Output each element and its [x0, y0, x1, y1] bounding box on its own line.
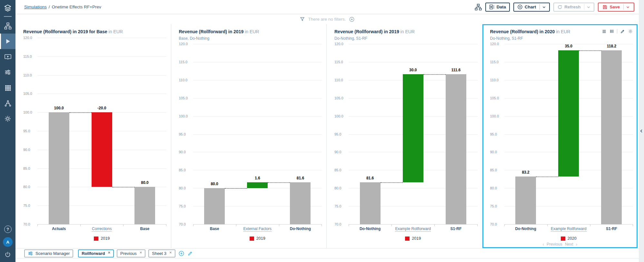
chart-panel-1[interactable]: Revenue (Rollforward) in 2019 for Base i…	[15, 24, 171, 248]
bar-do-nothing[interactable]	[360, 182, 381, 224]
chart-header: Revenue (Rollforward) in 2019 in EURBase…	[171, 29, 327, 41]
plot-area: 120.0115.0110.0105.0100.095.090.085.080.…	[179, 44, 322, 224]
edit-icon[interactable]	[620, 29, 625, 34]
y-tick-label: 95.0	[179, 132, 186, 136]
gridline	[37, 224, 166, 225]
category-label-corrections[interactable]: Corrections	[80, 227, 123, 231]
bars-area: 81.630.0111.6	[349, 44, 478, 224]
bar-example-rollforward[interactable]	[558, 50, 579, 176]
sidebar-item sliders-icon[interactable]	[0, 65, 15, 80]
breadcrumb-current: Onetime Effects RF+Prev	[52, 5, 101, 9]
chevron-down-icon[interactable]	[626, 5, 630, 9]
close-icon[interactable]: ×	[169, 250, 172, 255]
sidebar-item tree-icon[interactable]	[0, 96, 15, 111]
sidebar-item gear-icon[interactable]	[0, 111, 15, 126]
category-label-text[interactable]: Example Rollforward	[395, 227, 431, 232]
sheet-tab-label: Rollforward	[82, 251, 105, 256]
app-logo layers-icon[interactable]	[0, 3, 15, 14]
gridline	[193, 224, 322, 225]
chart-button[interactable]: Chart	[513, 3, 550, 12]
sidebar-item sitemap-icon[interactable]	[0, 18, 15, 34]
bar-corrections[interactable]	[92, 112, 112, 187]
bar-base[interactable]	[204, 188, 225, 224]
category-label-base: Base	[123, 227, 166, 231]
data-button[interactable]: Data	[485, 3, 510, 12]
menu-icon[interactable]	[602, 29, 607, 34]
sheet-tab-sheet-3[interactable]: Sheet 3×	[148, 249, 175, 257]
avatar[interactable]: A	[3, 237, 13, 247]
topbar-actions: Data Chart Refresh Save	[475, 3, 634, 12]
sheet-tab-rollforward[interactable]: Rollforward×	[78, 249, 114, 257]
chart-legend: 2019	[193, 234, 322, 243]
close-icon[interactable]: ×	[108, 250, 110, 255]
save-button[interactable]: Save	[598, 3, 634, 12]
sidebar-divider	[4, 16, 12, 17]
y-tick-label: 110.0	[179, 78, 188, 82]
bar-base[interactable]	[134, 187, 155, 224]
waterfall-connector	[381, 182, 403, 183]
sheet-tab-previous[interactable]: Previous×	[117, 249, 145, 257]
bar-value-label: 35.0	[551, 44, 586, 48]
columns-icon[interactable]	[609, 29, 614, 34]
bottom-spacer	[15, 258, 639, 262]
refresh-button-label: Refresh	[564, 5, 580, 9]
pagination-previous[interactable]: Previous	[547, 242, 562, 247]
refresh-button[interactable]: Refresh	[553, 3, 594, 12]
pagination-next[interactable]: Next	[565, 242, 573, 247]
bar-s1-rf[interactable]	[446, 74, 466, 224]
legend-label: 2020	[568, 236, 577, 241]
funnel-icon[interactable]	[300, 16, 305, 22]
close-icon[interactable]: ×	[140, 250, 142, 255]
chart-panel-2[interactable]: Revenue (Rollforward) in 2019 in EURBase…	[171, 24, 327, 248]
y-tick-label: 95.0	[490, 132, 497, 136]
scenario-manager-label: Scenario Manager	[35, 251, 70, 256]
button-divider	[584, 4, 584, 10]
breadcrumb-link-simulations[interactable]: Simulations	[24, 5, 47, 9]
sitemap-icon[interactable]	[475, 4, 482, 11]
sidebar: ? A	[0, 0, 15, 262]
bar-do-nothing[interactable]	[290, 182, 311, 224]
chart-panel-4[interactable]: Revenue (Rollforward) in 2020 in EURDo-N…	[482, 24, 638, 248]
chevron-left-icon collapse-panel-handle[interactable]	[639, 129, 643, 133]
data-button-label: Data	[497, 5, 506, 9]
sidebar-item grid-icon[interactable]	[0, 80, 15, 96]
chevron-down-icon[interactable]	[542, 5, 546, 9]
category-label-text: Do-Nothing	[360, 227, 381, 231]
sidebar-item screen-play-icon[interactable]	[0, 49, 15, 65]
y-tick-label: 115.0	[23, 55, 32, 58]
scenario-manager-button[interactable]: Scenario Manager	[24, 249, 73, 257]
y-tick-label: 105.0	[490, 96, 499, 100]
chart-panel-3[interactable]: Revenue (Rollforward) in 2019 in EURDo-N…	[327, 24, 482, 248]
legend-swatch	[405, 237, 410, 241]
gridline	[349, 62, 478, 62]
add-filter-icon plus-circle-icon[interactable]	[349, 16, 355, 22]
bars-area: 100.0-20.080.0	[37, 38, 166, 224]
category-label-external-factors[interactable]: External Factors	[236, 227, 279, 231]
bar-do-nothing[interactable]	[515, 176, 536, 224]
settings-icon[interactable]	[628, 29, 633, 34]
bar-s1-rf[interactable]	[601, 50, 622, 224]
category-label-text[interactable]: Corrections	[92, 227, 112, 232]
plot-area: 120.0115.0110.0105.0100.095.090.085.080.…	[23, 38, 166, 224]
bar-external-factors[interactable]	[247, 182, 268, 188]
category-label-text[interactable]: External Factors	[243, 227, 272, 232]
y-tick-label: 90.0	[179, 150, 186, 154]
power-icon[interactable]	[4, 251, 11, 258]
category-label-text[interactable]: Example Rollforward	[551, 227, 587, 232]
chart-title-row: Revenue (Rollforward) in 2019 in EUR	[179, 29, 322, 35]
bar-example-rollforward[interactable]	[403, 74, 423, 182]
button-divider	[540, 4, 540, 10]
category-label-example-rollforward[interactable]: Example Rollforward	[547, 227, 590, 231]
y-tick-label: 110.0	[23, 73, 32, 77]
add-sheet-icon plus-circle-icon[interactable]	[178, 250, 184, 257]
help-icon[interactable]: ?	[4, 226, 12, 233]
gridline	[193, 170, 322, 170]
x-axis-tick	[123, 224, 124, 226]
sidebar-item play-icon[interactable]	[0, 34, 15, 49]
category-label-example-rollforward[interactable]: Example Rollforward	[391, 227, 434, 231]
bar-actuals[interactable]	[49, 112, 69, 224]
chevron-down-icon[interactable]	[587, 5, 590, 9]
chart-title-suffix: in EUR	[401, 29, 415, 34]
chart-legend: 2019	[349, 234, 478, 243]
edit-sheets-icon pencil-icon[interactable]	[187, 251, 193, 256]
